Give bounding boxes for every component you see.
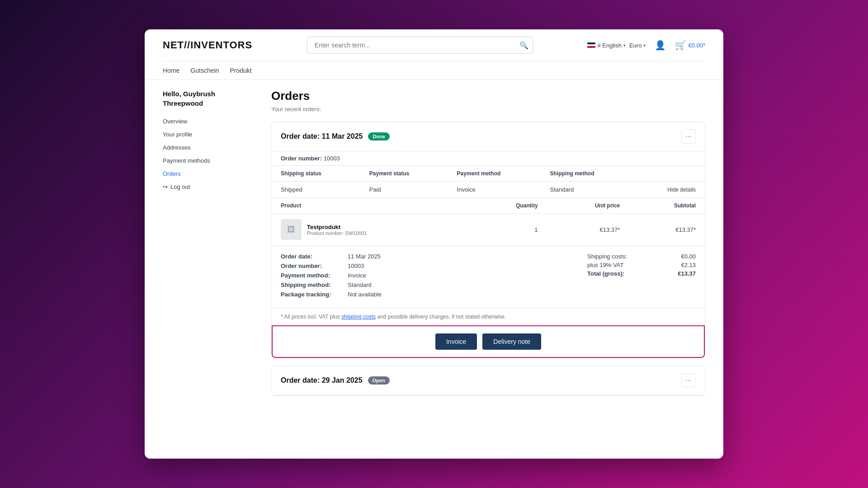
col-shipping-method: Shipping method [541,166,635,182]
nav-produkt[interactable]: Produkt [230,67,251,74]
summary-order-date-label: Order date: [281,253,344,260]
val-shipping-method: Standard [541,182,635,198]
main-navigation: Home Gutschein Produkt [163,61,705,80]
cost-shipping-label: Shipping costs: [587,253,627,260]
delivery-note-button[interactable]: Delivery note [482,333,541,350]
logout-label: Log out [170,183,190,190]
more-icon: ··· [685,132,691,141]
lang-currency: # English ▾ Euro ▾ [587,42,646,49]
order-summary: Order date: 11 Mar 2025 Order number: 10… [272,245,705,308]
header-top: NET//INVENTORS 🔍 # English ▾ [163,29,705,61]
user-icon: 👤 [655,40,666,51]
logo-text: NET//INVENTORS [163,39,252,51]
order-number-row-1: Order number: 10003 [272,151,705,166]
summary-package-tracking-value: Not available [348,291,382,298]
order-more-button-2[interactable]: ··· [681,373,696,388]
order-date-title-2: Order date: 29 Jan 2025 [281,376,363,385]
order-product-table: Product Quantity Unit price Subtotal 🖼 [272,197,705,245]
currency-selector[interactable]: Euro ▾ [629,42,646,49]
currency-label: Euro [629,42,642,49]
cart-amount: €0.00* [688,42,705,49]
more-icon-2: ··· [685,376,691,385]
search-icon: 🔍 [519,42,528,49]
product-info: 🖼 Testprodukt Product number: SW10001 [281,219,462,240]
cost-vat: plus 19% VAT €2.13 [587,262,696,268]
language-chevron-icon: ▾ [623,43,626,48]
order-header-left: Order date: 11 Mar 2025 Done [281,132,390,141]
order-action-buttons: Invoice Delivery note [272,325,705,358]
order-card-2: Order date: 29 Jan 2025 Open ··· [271,366,705,396]
logout-item[interactable]: ↪ Log out [163,183,253,190]
currency-chevron-icon: ▾ [643,43,646,48]
sidebar-item-profile[interactable]: Your profile [163,128,253,141]
cost-vat-value: €2.13 [681,262,696,268]
summary-package-tracking-label: Package tracking: [281,291,344,298]
sidebar-item-orders[interactable]: Orders [163,168,253,180]
orders-content: Orders Your recent orders: Order date: 1… [271,89,705,403]
order-date-title-1: Order date: 11 Mar 2025 [281,132,363,141]
user-account-button[interactable]: 👤 [655,40,666,51]
col-shipping-status: Shipping status [272,166,360,182]
summary-order-number: Order number: 10003 [281,263,479,269]
search-button[interactable]: 🔍 [519,41,528,50]
summary-payment-method-label: Payment method: [281,272,344,279]
language-label: # English [597,42,621,49]
search-bar: 🔍 [307,37,533,54]
col-payment-status: Payment status [360,166,448,182]
product-subtotal: €13.37* [629,214,705,246]
col-payment-method: Payment method [448,166,541,182]
vat-notice-rest: and possible delivery charges, if not st… [377,314,506,320]
summary-order-date: Order date: 11 Mar 2025 [281,253,479,260]
summary-shipping-method: Shipping method: Standard [281,282,479,288]
vat-notice: * All prices incl. VAT plus shipping cos… [272,308,705,325]
shipping-costs-link[interactable]: shipping costs [341,314,376,320]
val-shipping-status: Shipped [272,182,360,198]
summary-shipping-method-value: Standard [348,282,372,288]
val-payment-method: Invoice [448,182,541,198]
order-header-left-2: Order date: 29 Jan 2025 Open [281,376,390,385]
nav-home[interactable]: Home [163,67,179,74]
product-name: Testprodukt [307,224,367,230]
order-header-2: Order date: 29 Jan 2025 Open ··· [272,366,705,395]
cost-shipping: Shipping costs: €0.00 [587,253,696,260]
sidebar-item-addresses[interactable]: Addresses [163,141,253,154]
cost-total-label: Total (gross): [587,270,624,277]
order-header-1: Order date: 11 Mar 2025 Done ··· [272,122,705,151]
summary-order-number-value: 10003 [348,263,364,269]
product-thumbnail: 🖼 [281,219,302,240]
cart-icon: 🛒 [675,40,686,51]
cost-vat-label: plus 19% VAT [587,262,623,268]
cart-button[interactable]: 🛒 €0.00* [675,40,705,51]
main-layout: Hello, Guybrush Threepwood Overview Your… [145,80,723,412]
val-payment-status: Paid [360,182,448,198]
product-unit-price: €13.37* [547,214,629,246]
sidebar: Hello, Guybrush Threepwood Overview Your… [163,89,253,403]
invoice-button[interactable]: Invoice [435,333,477,350]
product-quantity: 1 [471,214,547,246]
page-subtitle: Your recent orders: [271,106,705,113]
search-input[interactable] [307,37,533,54]
sidebar-item-payment-methods[interactable]: Payment methods [163,155,253,167]
product-col-quantity: Quantity [471,198,547,214]
order-card-1: Order date: 11 Mar 2025 Done ··· Order n… [271,122,705,358]
summary-payment-method: Payment method: Invoice [281,272,479,279]
product-image-placeholder: 🖼 [287,225,295,235]
sidebar-item-overview[interactable]: Overview [163,115,253,127]
order-status-badge-1: Done [368,132,390,141]
browser-window: NET//INVENTORS 🔍 # English ▾ [145,29,723,459]
summary-payment-method-value: Invoice [348,272,366,279]
hide-details-button[interactable]: Hide details [667,187,696,193]
sidebar-greeting: Hello, Guybrush Threepwood [163,89,253,108]
cost-total-value: €13.37 [678,270,696,277]
order-status-badge-2: Open [368,376,390,385]
nav-gutschein[interactable]: Gutschein [190,67,219,74]
header-actions: # English ▾ Euro ▾ 👤 🛒 €0.00* [587,40,705,51]
order-number-label: Order number: [281,155,322,162]
cost-total: Total (gross): €13.37 [587,270,696,277]
table-row: 🖼 Testprodukt Product number: SW10001 1 … [272,214,705,246]
site-header: NET//INVENTORS 🔍 # English ▾ [145,29,723,80]
language-selector[interactable]: # English ▾ [587,42,625,49]
summary-order-number-label: Order number: [281,263,344,269]
page-title: Orders [271,89,705,103]
order-more-button-1[interactable]: ··· [681,129,696,144]
